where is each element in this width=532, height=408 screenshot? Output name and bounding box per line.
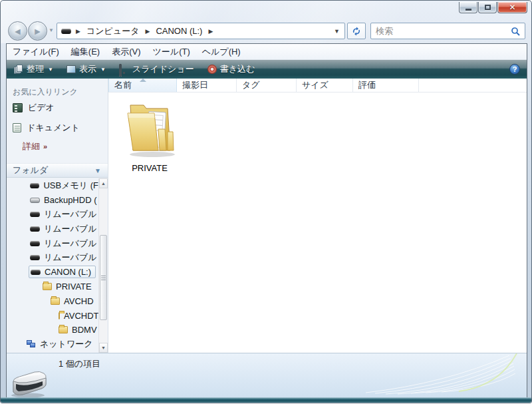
refresh-button[interactable] bbox=[347, 23, 366, 39]
drive-icon bbox=[31, 270, 41, 275]
chevron-down-icon: ▼ bbox=[48, 67, 53, 73]
tree-item-network[interactable]: ネットワーク bbox=[7, 337, 98, 352]
tree-item-usb[interactable]: USBメモリ (F bbox=[7, 178, 98, 193]
sidebar-item-videos[interactable]: ビデオ bbox=[7, 98, 108, 118]
selected-tree-item: CANON (L:) bbox=[29, 266, 96, 278]
tree-item-avchd[interactable]: AVCHD bbox=[7, 294, 98, 309]
tree-item-removable-1[interactable]: リムーバブル bbox=[7, 207, 98, 222]
refresh-icon bbox=[352, 27, 361, 36]
drive-icon bbox=[30, 198, 40, 203]
status-bar: 1 個の項目 bbox=[7, 353, 527, 399]
drive-icon bbox=[30, 212, 40, 217]
scrollbar-thumb[interactable] bbox=[100, 235, 107, 320]
chevron-down-icon: ▼ bbox=[94, 167, 101, 174]
burn-button[interactable]: 書き込む bbox=[201, 61, 261, 77]
column-header-tags[interactable]: タグ bbox=[237, 79, 297, 92]
breadcrumb-arrow-icon: ▶ bbox=[71, 28, 85, 35]
navigation-pane: お気に入りリンク ビデオ ドキュメント 詳細 » フォルダ ▼ USBメモリ bbox=[7, 79, 108, 353]
organize-button[interactable]: 整理 ▼ bbox=[8, 61, 59, 77]
tree-item-canon-drive[interactable]: CANON (L:) bbox=[7, 265, 98, 280]
file-label: PRIVATE bbox=[118, 163, 182, 173]
documents-label: ドキュメント bbox=[27, 122, 80, 134]
search-placeholder: 検索 bbox=[371, 25, 511, 37]
organize-icon bbox=[14, 65, 23, 74]
column-header-name[interactable]: 名前 bbox=[108, 79, 177, 92]
scroll-up-icon[interactable]: ▲ bbox=[99, 178, 108, 188]
scroll-down-icon[interactable]: ▼ bbox=[99, 343, 108, 353]
minimize-button[interactable] bbox=[459, 2, 477, 13]
menu-view[interactable]: 表示(V) bbox=[106, 44, 146, 59]
sort-ascending-icon bbox=[140, 79, 146, 82]
tree-item-bdmv[interactable]: BDMV bbox=[7, 323, 98, 337]
client-area: ファイル(F) 編集(E) 表示(V) ツール(T) ヘルプ(H) 整理 ▼ 表… bbox=[6, 43, 527, 399]
back-button[interactable]: ◄ bbox=[8, 21, 27, 41]
minimize-icon bbox=[466, 9, 471, 11]
folder-icon bbox=[59, 312, 60, 319]
file-list-pane: 名前 撮影日 タグ サイズ 評価 bbox=[108, 79, 527, 353]
organize-label: 整理 bbox=[27, 63, 44, 75]
help-button[interactable]: ? bbox=[509, 64, 520, 75]
menu-edit[interactable]: 編集(E) bbox=[65, 44, 106, 59]
maximize-button[interactable] bbox=[478, 2, 497, 13]
tree-item-removable-2[interactable]: リムーバブル bbox=[7, 222, 98, 236]
folder-icon bbox=[43, 283, 52, 290]
drive-icon bbox=[61, 29, 71, 34]
videos-label: ビデオ bbox=[28, 102, 55, 114]
breadcrumb-arrow-icon: ▶ bbox=[203, 28, 217, 35]
slideshow-button[interactable]: スライドショー bbox=[113, 61, 200, 77]
tree-item-avchdtn[interactable]: AVCHDT bbox=[7, 308, 98, 323]
drive-icon bbox=[30, 226, 40, 232]
column-header-date-taken[interactable]: 撮影日 bbox=[177, 79, 237, 92]
folder-icon bbox=[51, 298, 60, 305]
maximize-icon bbox=[485, 5, 491, 10]
folder-tree: USBメモリ (F BackupHDD ( リムーバブル リムーバブル リムーバ… bbox=[7, 178, 98, 353]
details-label: 詳細 bbox=[23, 140, 40, 152]
menu-file[interactable]: ファイル(F) bbox=[7, 44, 65, 59]
column-header-rating[interactable]: 評価 bbox=[353, 79, 419, 92]
forward-button[interactable]: ► bbox=[28, 21, 47, 41]
tree-item-removable-3[interactable]: リムーバブル bbox=[7, 236, 98, 251]
folder-icon bbox=[121, 97, 178, 158]
favorite-links-header: お気に入りリンク bbox=[7, 79, 108, 98]
tree-item-backuphdd[interactable]: BackupHDD ( bbox=[7, 193, 98, 208]
breadcrumb-arrow-icon: ▶ bbox=[140, 28, 154, 35]
views-label: 表示 bbox=[79, 63, 96, 75]
window-bottom-frame bbox=[1, 397, 531, 403]
drive-icon bbox=[30, 241, 40, 246]
folders-label: フォルダ bbox=[7, 164, 48, 176]
burn-label: 書き込む bbox=[220, 63, 255, 75]
tree-item-private[interactable]: PRIVATE bbox=[7, 280, 98, 294]
folders-band[interactable]: フォルダ ▼ bbox=[7, 163, 108, 178]
close-icon: ✕ bbox=[509, 3, 515, 11]
item-count: 1 個の項目 bbox=[59, 358, 100, 370]
address-bar[interactable]: ▶ コンピュータ ▶ CANON (L:) ▶ ▼ bbox=[57, 23, 345, 39]
tree-scrollbar[interactable]: ▲ ▼ bbox=[98, 178, 107, 353]
vista-swish-graphic bbox=[352, 353, 525, 398]
navigation-bar: ◄ ► ▼ ▶ コンピュータ ▶ CANON (L:) ▶ ▼ 検索 bbox=[1, 19, 531, 43]
recent-pages-dropdown[interactable]: ▼ bbox=[49, 27, 54, 33]
file-item-private[interactable]: PRIVATE bbox=[118, 97, 182, 173]
views-button[interactable]: 表示 ▼ bbox=[61, 61, 112, 77]
address-dropdown-icon[interactable]: ▼ bbox=[329, 28, 344, 35]
menu-help[interactable]: ヘルプ(H) bbox=[196, 44, 247, 59]
breadcrumb-canon-drive[interactable]: CANON (L:) bbox=[154, 25, 203, 37]
search-box[interactable]: 検索 bbox=[370, 23, 525, 39]
explorer-window: ✕ ◄ ► ▼ ▶ コンピュータ ▶ CANON (L:) ▶ ▼ 検索 bbox=[0, 0, 532, 403]
details-link[interactable]: 詳細 » bbox=[7, 138, 108, 155]
column-headers: 名前 撮影日 タグ サイズ 評価 bbox=[108, 79, 527, 93]
command-toolbar: 整理 ▼ 表示 ▼ スライドショー 書き込む ? bbox=[7, 60, 527, 79]
slideshow-icon bbox=[119, 65, 129, 74]
breadcrumb-computer[interactable]: コンピュータ bbox=[85, 25, 141, 38]
drive-icon bbox=[30, 183, 39, 188]
search-icon[interactable] bbox=[511, 27, 525, 36]
column-header-size[interactable]: サイズ bbox=[297, 79, 353, 92]
burn-icon bbox=[207, 65, 217, 74]
folder-icon bbox=[59, 326, 68, 333]
sidebar-item-documents[interactable]: ドキュメント bbox=[7, 118, 108, 138]
close-button[interactable]: ✕ bbox=[497, 2, 527, 13]
menu-tools[interactable]: ツール(T) bbox=[147, 44, 196, 59]
slideshow-label: スライドショー bbox=[132, 63, 194, 75]
views-icon bbox=[66, 65, 76, 73]
tree-item-removable-4[interactable]: リムーバブル bbox=[7, 250, 98, 265]
double-chevron-icon: » bbox=[43, 142, 46, 150]
